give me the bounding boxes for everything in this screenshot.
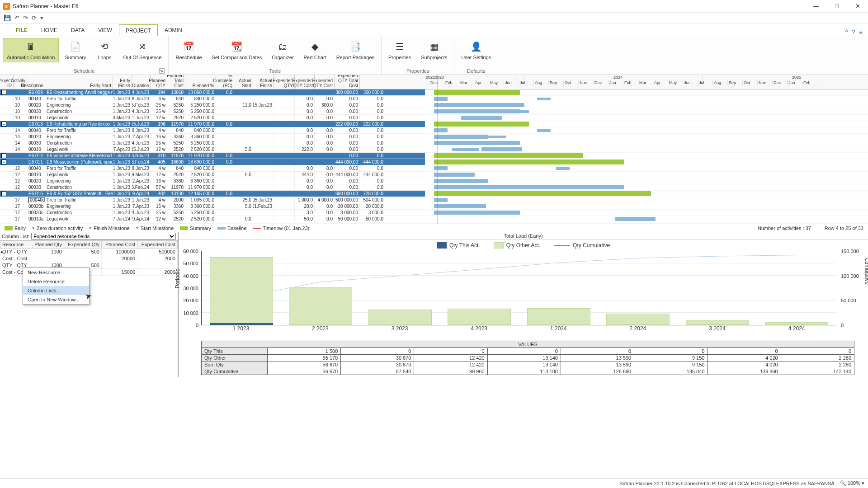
table-row[interactable]: 1400030Construction01.Jan.2324.Jun.2325 …	[0, 140, 425, 146]
redo-icon[interactable]: ↷	[23, 14, 28, 21]
table-row[interactable]: −E6 011E6 Mosseporten (Patterød), oppgra…	[0, 159, 425, 165]
table-row[interactable]: 1200040Prep for Traffic01.Jan.2328.Jan.2…	[0, 165, 425, 172]
refresh-icon[interactable]: ⟳	[32, 14, 37, 21]
table-row[interactable]: 1200020Engineering01.Jan.2322.Apr.2316 w…	[0, 178, 425, 184]
table-row[interactable]: 1000010Legal work10.Mar.2301.Jun.2312 w2…	[0, 115, 425, 121]
resource-grid[interactable]: ResourcePlanned QtyExpended QtyPlanned C…	[0, 240, 178, 377]
table-row[interactable]: 1400040Prep for Traffic01.Jan.2328.Jan.2…	[0, 127, 425, 134]
column-list-selector[interactable]: Column List: Expended resource fields	[0, 232, 178, 240]
tab-view[interactable]: VIEW	[91, 24, 119, 36]
bar-other	[606, 314, 670, 325]
tab-project[interactable]: PROJECT	[119, 24, 158, 36]
bar-other	[210, 257, 273, 325]
save-icon[interactable]: 💾	[4, 14, 11, 21]
organizer-button[interactable]: 🗂Organizer	[268, 38, 297, 62]
res-col-header[interactable]: Expended Cost	[137, 241, 178, 249]
help-icon[interactable]: ?	[852, 28, 855, 36]
col-header[interactable]: Planned %	[185, 75, 216, 89]
col-header[interactable]: Actual Finish	[253, 75, 274, 89]
undo-icon[interactable]: ↶	[14, 14, 19, 21]
col-header[interactable]: % Complete (PC)	[216, 75, 234, 89]
resource-panel: Column List: Expended resource fields Re…	[0, 232, 179, 377]
activity-count: Number of activities : 37	[758, 225, 811, 231]
col-header[interactable]: Expended QTY	[274, 75, 295, 89]
table-row[interactable]: 1700020bEngineering01.Jan.2317.Apr.2316 …	[0, 203, 425, 210]
table-row[interactable]: −E6 014E6 Variabel infotavle Klemetsrud …	[0, 153, 425, 159]
res-col-header[interactable]: Planned Qty	[31, 241, 64, 249]
tab-admin[interactable]: ADMIN	[158, 24, 189, 36]
close-button[interactable]: ✕	[850, 1, 865, 11]
table-row[interactable]: 1700040dPrep for Traffic01.Jan.2321.Jan.…	[0, 197, 425, 203]
table-row[interactable]: 1200030Construction01.Jan.2303.Feb.2457 …	[0, 184, 425, 191]
table-row[interactable]: −E6 013E6 Rehabilitering av Ryenlokket01…	[0, 121, 425, 127]
ribbon-options-icon[interactable]: ≡	[859, 28, 863, 36]
gantt-row	[425, 178, 868, 184]
gantt-chart[interactable]: 2022202320242025DecFebMarAprMayJunJulAug…	[425, 75, 868, 224]
col-header[interactable]: Expended QTY Cost	[315, 75, 335, 89]
reschedule-button[interactable]: 📅Reschedule	[171, 38, 206, 62]
res-col-header[interactable]: Expended Qty	[64, 241, 101, 249]
res-col-header[interactable]: Resource	[0, 241, 31, 249]
gantt-row	[425, 89, 868, 96]
bar-this	[210, 323, 273, 325]
schedule-dialog-launcher[interactable]: ⬊	[159, 68, 165, 74]
menu-delete-resource[interactable]: Delete Resource	[23, 277, 89, 286]
column-list-dropdown[interactable]: Expended resource fields	[31, 233, 176, 240]
gantt-row	[425, 203, 868, 210]
y-axis: 010 00020 00030 00040 00050 00060 000	[182, 251, 200, 325]
col-header[interactable]: Duration	[132, 75, 151, 89]
finish-milestone-icon: ▾	[89, 225, 92, 231]
reports-icon: 📑	[349, 40, 362, 53]
table-body[interactable]: −E6 009E6 Kryssutbedring Årvoll begge re…	[0, 89, 425, 222]
pert-chart-button[interactable]: ◆Pert Chart	[300, 38, 330, 62]
report-packages-button[interactable]: 📑Report Packages	[332, 38, 378, 62]
loops-button[interactable]: ⟲Loops	[92, 38, 117, 62]
res-col-header[interactable]: Planned Cost	[101, 241, 137, 249]
summary-button[interactable]: 📄Summary	[61, 38, 90, 62]
table-row[interactable]: 1000040Prep for Traffic01.Jan.2328.Jan.2…	[0, 96, 425, 102]
tab-file[interactable]: FILE	[9, 24, 34, 36]
col-header[interactable]: Expended QTY Total Cost	[335, 75, 360, 89]
minimize-button[interactable]: —	[808, 1, 824, 11]
menu-new-resource[interactable]: New Resource	[23, 268, 89, 277]
context-menu[interactable]: New Resource Delete Resource Column List…	[23, 267, 90, 305]
legend-bar: Early ▾Zero duration activity ▾Finish Mi…	[0, 224, 868, 232]
tab-home[interactable]: HOME	[34, 24, 64, 36]
resource-row[interactable]: QTY - QTY10005001000000500000	[0, 249, 178, 255]
resource-row[interactable]: Cost - Cost200002000	[0, 255, 178, 262]
menu-open-new-window[interactable]: Open In New Window...	[23, 295, 89, 304]
col-header[interactable]: Planned Total Cost	[167, 75, 185, 89]
out-of-sequence-button[interactable]: ⤨Out Of Sequence	[119, 38, 165, 62]
col-header[interactable]: Early Finish	[113, 75, 132, 89]
table-row[interactable]: −E6 016E6 & Fv 152 GSV Stenfeldt - Greve…	[0, 191, 425, 197]
col-header[interactable]: Early Start	[45, 75, 113, 89]
activity-table[interactable]: Project IDActivity IDDescriptionEarly St…	[0, 75, 425, 224]
gantt-row	[425, 115, 868, 121]
user-settings-button[interactable]: 👤User Settings	[457, 38, 495, 62]
table-row[interactable]: 1700010aLegal work27.Jan.2419.Apr.2412 w…	[0, 216, 425, 222]
qat-dropdown-icon[interactable]: ▾	[40, 14, 43, 21]
properties-button[interactable]: ☰Properties	[384, 38, 415, 62]
table-row[interactable]: 1200010Legal work01.Jan.2319.Mar.2312 w2…	[0, 172, 425, 178]
table-row[interactable]: −E6 009E6 Kryssutbedring Årvoll begge re…	[0, 89, 425, 96]
comparison-dates-button[interactable]: 📆Set Comparison Dates	[208, 38, 266, 62]
col-header[interactable]: Expended QTY Cost	[295, 75, 315, 89]
maximize-button[interactable]: □	[829, 1, 844, 11]
table-row[interactable]: 1700030cConstruction01.Jan.2324.Jun.2325…	[0, 210, 425, 216]
ribbon-collapse-icon[interactable]: ^	[845, 28, 848, 36]
table-row[interactable]: 1000020Engineering01.Jan.2305.Feb.2325 w…	[0, 102, 425, 108]
calculator-icon: 🖩	[24, 40, 37, 53]
tab-data[interactable]: DATA	[64, 24, 91, 36]
menu-column-lists[interactable]: Column Lists...	[23, 286, 89, 295]
table-row[interactable]: 1400020Engineering01.Jan.2322.Apr.2316 w…	[0, 134, 425, 140]
subprojects-button[interactable]: ▦Subprojects	[417, 38, 451, 62]
activity-grid-area: Project IDActivity IDDescriptionEarly St…	[0, 75, 868, 224]
col-header[interactable]: Description	[27, 75, 45, 89]
quick-access-toolbar: 💾 ↶ ↷ ⟳ ▾	[0, 13, 868, 23]
col-header[interactable]: Actual Start	[234, 75, 253, 89]
col-header[interactable]: Planned QTY	[151, 75, 167, 89]
table-row[interactable]: 1400010Legal work27.Apr.2315.Jul.2312 w2…	[0, 146, 425, 153]
auto-calc-button[interactable]: 🖩Automatic Calculation	[3, 38, 59, 62]
zoom-indicator[interactable]: 🔍 100% ▾	[840, 480, 864, 486]
table-row[interactable]: 1000030Construction01.Jan.2324.Jun.2325 …	[0, 108, 425, 115]
